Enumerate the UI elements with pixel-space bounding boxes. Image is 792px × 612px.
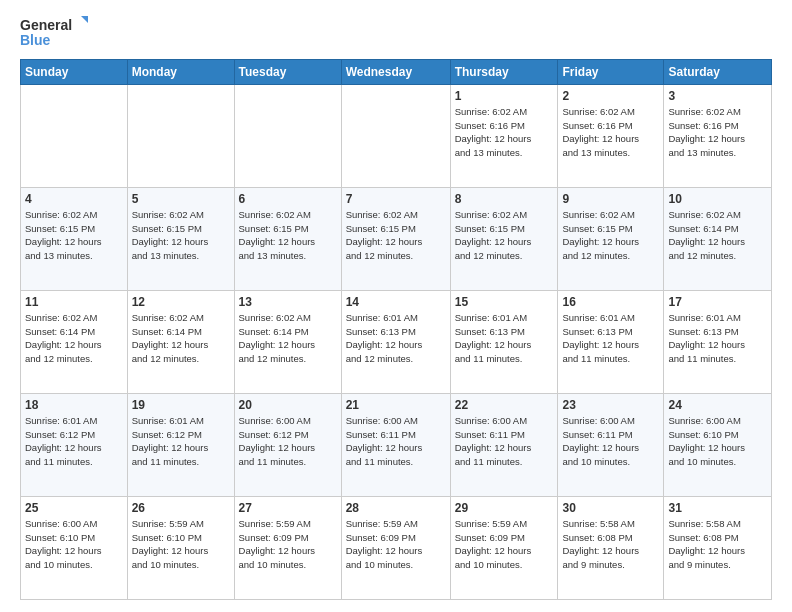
day-cell [341, 84, 450, 187]
day-cell: 20Sunrise: 6:00 AM Sunset: 6:12 PM Dayli… [234, 393, 341, 496]
day-info: Sunrise: 5:58 AM Sunset: 6:08 PM Dayligh… [668, 517, 767, 572]
day-info: Sunrise: 6:02 AM Sunset: 6:16 PM Dayligh… [668, 105, 767, 160]
day-number: 22 [455, 398, 554, 412]
day-number: 8 [455, 192, 554, 206]
day-cell: 11Sunrise: 6:02 AM Sunset: 6:14 PM Dayli… [21, 290, 128, 393]
day-cell: 15Sunrise: 6:01 AM Sunset: 6:13 PM Dayli… [450, 290, 558, 393]
day-info: Sunrise: 6:01 AM Sunset: 6:12 PM Dayligh… [25, 414, 123, 469]
day-info: Sunrise: 6:02 AM Sunset: 6:14 PM Dayligh… [132, 311, 230, 366]
day-number: 12 [132, 295, 230, 309]
day-number: 23 [562, 398, 659, 412]
weekday-header-saturday: Saturday [664, 59, 772, 84]
day-cell: 27Sunrise: 5:59 AM Sunset: 6:09 PM Dayli… [234, 496, 341, 599]
day-info: Sunrise: 6:02 AM Sunset: 6:15 PM Dayligh… [562, 208, 659, 263]
day-info: Sunrise: 6:02 AM Sunset: 6:14 PM Dayligh… [239, 311, 337, 366]
day-info: Sunrise: 6:02 AM Sunset: 6:15 PM Dayligh… [239, 208, 337, 263]
day-info: Sunrise: 6:01 AM Sunset: 6:13 PM Dayligh… [668, 311, 767, 366]
day-info: Sunrise: 6:01 AM Sunset: 6:13 PM Dayligh… [455, 311, 554, 366]
week-row-5: 25Sunrise: 6:00 AM Sunset: 6:10 PM Dayli… [21, 496, 772, 599]
day-cell: 8Sunrise: 6:02 AM Sunset: 6:15 PM Daylig… [450, 187, 558, 290]
day-info: Sunrise: 6:02 AM Sunset: 6:15 PM Dayligh… [455, 208, 554, 263]
day-cell: 2Sunrise: 6:02 AM Sunset: 6:16 PM Daylig… [558, 84, 664, 187]
page: General Blue SundayMondayTuesdayWednesda… [0, 0, 792, 612]
day-number: 25 [25, 501, 123, 515]
day-number: 27 [239, 501, 337, 515]
day-cell: 10Sunrise: 6:02 AM Sunset: 6:14 PM Dayli… [664, 187, 772, 290]
day-cell: 3Sunrise: 6:02 AM Sunset: 6:16 PM Daylig… [664, 84, 772, 187]
day-info: Sunrise: 5:59 AM Sunset: 6:09 PM Dayligh… [346, 517, 446, 572]
day-cell: 19Sunrise: 6:01 AM Sunset: 6:12 PM Dayli… [127, 393, 234, 496]
day-number: 24 [668, 398, 767, 412]
header: General Blue [20, 16, 772, 49]
day-info: Sunrise: 5:59 AM Sunset: 6:09 PM Dayligh… [455, 517, 554, 572]
day-number: 7 [346, 192, 446, 206]
day-number: 5 [132, 192, 230, 206]
day-cell: 16Sunrise: 6:01 AM Sunset: 6:13 PM Dayli… [558, 290, 664, 393]
day-cell: 31Sunrise: 5:58 AM Sunset: 6:08 PM Dayli… [664, 496, 772, 599]
day-info: Sunrise: 6:00 AM Sunset: 6:10 PM Dayligh… [668, 414, 767, 469]
day-number: 9 [562, 192, 659, 206]
day-info: Sunrise: 6:00 AM Sunset: 6:11 PM Dayligh… [346, 414, 446, 469]
day-cell: 26Sunrise: 5:59 AM Sunset: 6:10 PM Dayli… [127, 496, 234, 599]
day-info: Sunrise: 6:02 AM Sunset: 6:15 PM Dayligh… [25, 208, 123, 263]
logo: General Blue [20, 16, 88, 49]
week-row-3: 11Sunrise: 6:02 AM Sunset: 6:14 PM Dayli… [21, 290, 772, 393]
day-number: 15 [455, 295, 554, 309]
day-info: Sunrise: 6:01 AM Sunset: 6:13 PM Dayligh… [562, 311, 659, 366]
svg-marker-0 [81, 16, 88, 23]
day-cell: 9Sunrise: 6:02 AM Sunset: 6:15 PM Daylig… [558, 187, 664, 290]
day-cell [127, 84, 234, 187]
day-info: Sunrise: 6:02 AM Sunset: 6:16 PM Dayligh… [455, 105, 554, 160]
day-info: Sunrise: 6:02 AM Sunset: 6:14 PM Dayligh… [668, 208, 767, 263]
weekday-header-friday: Friday [558, 59, 664, 84]
day-info: Sunrise: 6:01 AM Sunset: 6:12 PM Dayligh… [132, 414, 230, 469]
day-number: 1 [455, 89, 554, 103]
day-info: Sunrise: 5:59 AM Sunset: 6:10 PM Dayligh… [132, 517, 230, 572]
day-cell: 29Sunrise: 5:59 AM Sunset: 6:09 PM Dayli… [450, 496, 558, 599]
day-number: 6 [239, 192, 337, 206]
day-cell: 21Sunrise: 6:00 AM Sunset: 6:11 PM Dayli… [341, 393, 450, 496]
day-cell: 13Sunrise: 6:02 AM Sunset: 6:14 PM Dayli… [234, 290, 341, 393]
logo-blue: Blue [20, 33, 50, 48]
day-cell [21, 84, 128, 187]
weekday-header-tuesday: Tuesday [234, 59, 341, 84]
day-cell: 18Sunrise: 6:01 AM Sunset: 6:12 PM Dayli… [21, 393, 128, 496]
day-info: Sunrise: 6:00 AM Sunset: 6:12 PM Dayligh… [239, 414, 337, 469]
day-cell [234, 84, 341, 187]
day-number: 30 [562, 501, 659, 515]
weekday-header-thursday: Thursday [450, 59, 558, 84]
day-number: 18 [25, 398, 123, 412]
weekday-header-sunday: Sunday [21, 59, 128, 84]
day-cell: 12Sunrise: 6:02 AM Sunset: 6:14 PM Dayli… [127, 290, 234, 393]
day-cell: 4Sunrise: 6:02 AM Sunset: 6:15 PM Daylig… [21, 187, 128, 290]
day-info: Sunrise: 6:02 AM Sunset: 6:16 PM Dayligh… [562, 105, 659, 160]
week-row-1: 1Sunrise: 6:02 AM Sunset: 6:16 PM Daylig… [21, 84, 772, 187]
calendar-table: SundayMondayTuesdayWednesdayThursdayFrid… [20, 59, 772, 600]
day-number: 28 [346, 501, 446, 515]
day-cell: 22Sunrise: 6:00 AM Sunset: 6:11 PM Dayli… [450, 393, 558, 496]
week-row-2: 4Sunrise: 6:02 AM Sunset: 6:15 PM Daylig… [21, 187, 772, 290]
week-row-4: 18Sunrise: 6:01 AM Sunset: 6:12 PM Dayli… [21, 393, 772, 496]
logo-general: General [20, 16, 88, 33]
day-number: 3 [668, 89, 767, 103]
day-number: 29 [455, 501, 554, 515]
day-cell: 7Sunrise: 6:02 AM Sunset: 6:15 PM Daylig… [341, 187, 450, 290]
weekday-header-row: SundayMondayTuesdayWednesdayThursdayFrid… [21, 59, 772, 84]
day-number: 16 [562, 295, 659, 309]
day-cell: 28Sunrise: 5:59 AM Sunset: 6:09 PM Dayli… [341, 496, 450, 599]
day-cell: 25Sunrise: 6:00 AM Sunset: 6:10 PM Dayli… [21, 496, 128, 599]
day-cell: 23Sunrise: 6:00 AM Sunset: 6:11 PM Dayli… [558, 393, 664, 496]
day-cell: 5Sunrise: 6:02 AM Sunset: 6:15 PM Daylig… [127, 187, 234, 290]
day-number: 17 [668, 295, 767, 309]
day-number: 19 [132, 398, 230, 412]
day-info: Sunrise: 6:00 AM Sunset: 6:11 PM Dayligh… [562, 414, 659, 469]
weekday-header-wednesday: Wednesday [341, 59, 450, 84]
day-info: Sunrise: 6:01 AM Sunset: 6:13 PM Dayligh… [346, 311, 446, 366]
day-number: 4 [25, 192, 123, 206]
day-info: Sunrise: 6:00 AM Sunset: 6:11 PM Dayligh… [455, 414, 554, 469]
logo-text-block: General Blue [20, 16, 88, 49]
day-info: Sunrise: 6:02 AM Sunset: 6:15 PM Dayligh… [132, 208, 230, 263]
day-cell: 17Sunrise: 6:01 AM Sunset: 6:13 PM Dayli… [664, 290, 772, 393]
day-cell: 1Sunrise: 6:02 AM Sunset: 6:16 PM Daylig… [450, 84, 558, 187]
day-number: 26 [132, 501, 230, 515]
